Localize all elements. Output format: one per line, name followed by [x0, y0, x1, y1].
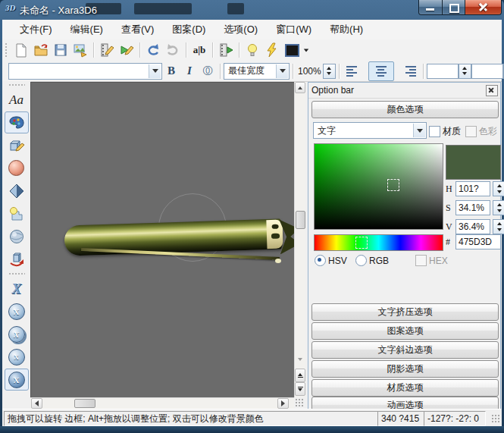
close-button[interactable] — [465, 0, 502, 15]
menu-file[interactable]: 文件(F) — [11, 20, 61, 39]
bold-icon: B — [167, 64, 175, 77]
scroll-left-button[interactable] — [31, 398, 42, 409]
hue-stepper[interactable] — [493, 181, 504, 196]
size-stepper[interactable] — [459, 64, 471, 79]
animation-style-none-button[interactable]: X — [5, 278, 29, 300]
render-dropdown-arrow[interactable] — [303, 49, 309, 52]
resize-grip[interactable] — [491, 414, 500, 423]
undo-button[interactable] — [143, 41, 163, 59]
horizontal-scroll-thumb[interactable] — [74, 399, 95, 408]
toolbar-grip[interactable] — [8, 272, 25, 275]
menu-help[interactable]: 帮助(H) — [321, 20, 371, 39]
menu-window[interactable]: 窗口(W) — [268, 20, 320, 39]
sv-picker-marker[interactable] — [387, 179, 399, 191]
edit-frame-button[interactable] — [117, 41, 136, 59]
texture-options-button[interactable] — [5, 225, 29, 247]
value-field[interactable]: 36.4% — [455, 219, 490, 234]
extrusion-options-button[interactable] — [5, 134, 29, 156]
flash-export-button[interactable] — [262, 41, 282, 59]
animation-style-1-button[interactable]: X — [5, 300, 29, 322]
scroll-right-button[interactable] — [277, 398, 289, 409]
hsv-radio[interactable] — [315, 255, 326, 266]
shadow-options-button[interactable] — [5, 157, 29, 179]
option-bar-header[interactable]: Option bar — [308, 83, 500, 99]
text-options-button[interactable]: Aa — [5, 89, 29, 111]
minimize-button[interactable] — [418, 0, 443, 15]
saturation-stepper[interactable] — [493, 200, 504, 215]
zoom-in-scroll-button[interactable] — [295, 369, 305, 382]
menu-design[interactable]: 图案(D) — [164, 20, 214, 39]
edit-animation-button[interactable] — [97, 41, 117, 59]
toolbar-grip[interactable] — [8, 83, 25, 86]
preview-animation-button[interactable] — [216, 41, 236, 59]
zoom-stepper[interactable] — [323, 64, 336, 79]
shadow-options-section-button[interactable]: 阴影选项 — [311, 360, 499, 378]
color-target-arrow[interactable] — [413, 124, 425, 137]
width-mode-select[interactable]: 最佳宽度 — [224, 63, 290, 80]
bold-button[interactable]: B — [162, 62, 180, 80]
outline-button[interactable]: O — [199, 62, 217, 80]
font-select-arrow[interactable] — [149, 64, 161, 78]
zoom-out-scroll-button[interactable] — [295, 382, 305, 396]
lighting-options-button[interactable] — [5, 202, 29, 224]
animation-options-button[interactable] — [5, 248, 29, 270]
animation-style-3-button[interactable]: X — [5, 346, 29, 368]
menu-edit[interactable]: 编辑(E) — [62, 20, 111, 39]
globe-icon — [8, 227, 26, 246]
align-right-button[interactable] — [394, 61, 420, 81]
saturation-row: S 34.1% — [446, 200, 504, 215]
maximize-button[interactable] — [443, 0, 465, 15]
vertical-scroll-thumb[interactable] — [296, 211, 305, 229]
scroll-up-button[interactable] — [295, 82, 305, 93]
saturation-value-picker[interactable] — [314, 143, 443, 230]
rgb-radio[interactable] — [355, 255, 367, 266]
option-bar-close-button[interactable] — [486, 85, 498, 96]
texture-options-section-button[interactable]: 材质选项 — [311, 379, 499, 397]
animation-style-4-button[interactable]: X — [5, 369, 29, 391]
animation-style-2-button[interactable]: X — [5, 323, 29, 345]
bevel-options-section-button[interactable]: 文字斜边选项 — [311, 341, 499, 359]
vertical-scrollbar[interactable] — [294, 82, 305, 397]
size-field[interactable] — [427, 64, 459, 79]
circle-x-icon: X — [8, 349, 25, 366]
spacing-field[interactable] — [471, 64, 503, 79]
hue-field[interactable]: 101? — [455, 181, 490, 196]
color-target-select[interactable]: 文字 — [313, 122, 427, 139]
options-toolbar: Aa X X X X X — [2, 81, 31, 408]
design-options-section-button[interactable]: 图案选项 — [311, 322, 499, 340]
hue-row: H 101? — [446, 181, 504, 196]
extrusion-options-section-button[interactable]: 文字挤压选项 — [311, 303, 499, 321]
hex-field[interactable]: 475D3D — [455, 234, 501, 249]
bevel-options-button[interactable] — [5, 180, 29, 202]
new-document-button[interactable] — [11, 41, 31, 59]
align-center-button[interactable] — [368, 61, 394, 81]
color-options-button[interactable] — [5, 111, 29, 133]
align-left-button[interactable] — [343, 61, 368, 81]
hue-slider-marker[interactable] — [355, 237, 368, 249]
italic-button[interactable]: I — [180, 62, 199, 80]
color-options-section-button[interactable]: 颜色选项 — [311, 101, 499, 118]
lighting-toggle-button[interactable] — [243, 41, 262, 59]
text-entry-button[interactable]: a|b — [189, 41, 209, 59]
save-button[interactable] — [51, 41, 70, 59]
zoom-value: 100% — [298, 66, 321, 77]
redo-button[interactable] — [163, 41, 183, 59]
hex-checkbox[interactable] — [415, 255, 427, 266]
value-stepper[interactable] — [493, 219, 504, 234]
saturation-field[interactable]: 34.1% — [455, 200, 490, 215]
document-canvas[interactable] — [30, 82, 295, 398]
menu-options[interactable]: 选项(O) — [215, 20, 266, 39]
font-select[interactable] — [8, 63, 162, 80]
horizontal-scrollbar[interactable] — [30, 397, 294, 409]
spin-up-icon — [497, 203, 502, 206]
render-quality-button[interactable] — [282, 41, 302, 59]
hue-slider[interactable] — [314, 234, 443, 251]
chevron-down-icon — [417, 129, 423, 133]
material-checkbox[interactable] — [429, 126, 440, 137]
toolbar-grip[interactable] — [5, 42, 8, 58]
export-image-button[interactable] — [70, 41, 90, 59]
color-checkbox[interactable] — [465, 126, 477, 137]
width-mode-arrow[interactable] — [276, 64, 288, 78]
open-file-button[interactable] — [31, 41, 51, 59]
menu-view[interactable]: 查看(V) — [113, 20, 162, 39]
